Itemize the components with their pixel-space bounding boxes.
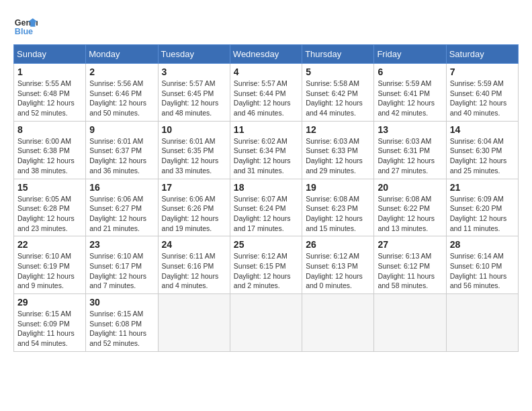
day-number: 28 — [450, 239, 515, 250]
day-info: Sunrise: 6:03 AMSunset: 6:33 PMDaylight:… — [306, 136, 370, 176]
day-info: Sunrise: 5:56 AMSunset: 6:46 PMDaylight:… — [89, 79, 154, 118]
calendar-cell: 13Sunrise: 6:03 AMSunset: 6:31 PMDayligh… — [374, 121, 446, 179]
calendar-cell: 28Sunrise: 6:14 AMSunset: 6:10 PMDayligh… — [446, 236, 518, 294]
calendar-cell: 19Sunrise: 6:08 AMSunset: 6:23 PMDayligh… — [302, 179, 374, 236]
calendar-cell: 22Sunrise: 6:10 AMSunset: 6:19 PMDayligh… — [14, 236, 86, 294]
calendar-cell — [446, 294, 518, 352]
day-number: 23 — [89, 239, 154, 250]
day-info: Sunrise: 5:57 AMSunset: 6:44 PMDaylight:… — [234, 79, 298, 118]
day-number: 7 — [450, 66, 515, 77]
day-number: 1 — [17, 66, 82, 77]
logo-icon: General Blue — [13, 13, 38, 38]
day-number: 15 — [17, 182, 82, 193]
svg-text:Blue: Blue — [15, 27, 33, 36]
day-info: Sunrise: 6:11 AMSunset: 6:16 PMDaylight:… — [162, 251, 226, 291]
weekday-header-tuesday: Tuesday — [158, 45, 230, 64]
calendar-cell: 8Sunrise: 6:00 AMSunset: 6:38 PMDaylight… — [14, 121, 86, 179]
day-info: Sunrise: 6:04 AMSunset: 6:30 PMDaylight:… — [450, 136, 515, 176]
calendar-cell: 17Sunrise: 6:06 AMSunset: 6:26 PMDayligh… — [158, 179, 230, 236]
calendar-cell: 10Sunrise: 6:01 AMSunset: 6:35 PMDayligh… — [158, 121, 230, 179]
calendar-cell — [158, 294, 230, 352]
calendar-cell — [374, 294, 446, 352]
day-info: Sunrise: 6:00 AMSunset: 6:38 PMDaylight:… — [17, 136, 82, 176]
calendar-cell: 27Sunrise: 6:13 AMSunset: 6:12 PMDayligh… — [374, 236, 446, 294]
weekday-header-wednesday: Wednesday — [230, 45, 302, 64]
day-number: 22 — [17, 239, 82, 250]
day-number: 13 — [378, 124, 442, 135]
day-info: Sunrise: 6:12 AMSunset: 6:13 PMDaylight:… — [306, 251, 370, 291]
calendar-cell: 15Sunrise: 6:05 AMSunset: 6:28 PMDayligh… — [14, 179, 86, 236]
calendar-cell: 20Sunrise: 6:08 AMSunset: 6:22 PMDayligh… — [374, 179, 446, 236]
day-info: Sunrise: 6:05 AMSunset: 6:28 PMDaylight:… — [17, 194, 82, 234]
calendar-cell: 7Sunrise: 5:59 AMSunset: 6:40 PMDaylight… — [446, 64, 518, 122]
day-info: Sunrise: 6:09 AMSunset: 6:20 PMDaylight:… — [450, 194, 515, 234]
day-number: 17 — [162, 182, 226, 193]
logo: General Blue — [13, 13, 38, 38]
day-info: Sunrise: 5:58 AMSunset: 6:42 PMDaylight:… — [306, 79, 370, 118]
calendar-cell: 16Sunrise: 6:06 AMSunset: 6:27 PMDayligh… — [86, 179, 158, 236]
day-number: 12 — [306, 124, 370, 135]
calendar-week-3: 15Sunrise: 6:05 AMSunset: 6:28 PMDayligh… — [14, 179, 519, 236]
calendar-cell: 5Sunrise: 5:58 AMSunset: 6:42 PMDaylight… — [302, 64, 374, 122]
day-number: 30 — [89, 297, 154, 308]
calendar-cell: 11Sunrise: 6:02 AMSunset: 6:34 PMDayligh… — [230, 121, 302, 179]
day-number: 19 — [306, 182, 370, 193]
day-number: 18 — [234, 182, 298, 193]
weekday-header-friday: Friday — [374, 45, 446, 64]
page-header: General Blue — [13, 13, 519, 38]
day-number: 20 — [378, 182, 442, 193]
day-info: Sunrise: 6:08 AMSunset: 6:22 PMDaylight:… — [378, 194, 442, 234]
day-number: 24 — [162, 239, 226, 250]
calendar-week-2: 8Sunrise: 6:00 AMSunset: 6:38 PMDaylight… — [14, 121, 519, 179]
calendar-cell: 25Sunrise: 6:12 AMSunset: 6:15 PMDayligh… — [230, 236, 302, 294]
calendar-cell — [302, 294, 374, 352]
day-info: Sunrise: 5:57 AMSunset: 6:45 PMDaylight:… — [162, 79, 226, 118]
day-number: 27 — [378, 239, 442, 250]
calendar-cell — [230, 294, 302, 352]
calendar-cell: 24Sunrise: 6:11 AMSunset: 6:16 PMDayligh… — [158, 236, 230, 294]
calendar-cell: 29Sunrise: 6:15 AMSunset: 6:09 PMDayligh… — [14, 294, 86, 352]
day-number: 26 — [306, 239, 370, 250]
day-info: Sunrise: 6:15 AMSunset: 6:08 PMDaylight:… — [89, 309, 154, 349]
day-info: Sunrise: 6:12 AMSunset: 6:15 PMDaylight:… — [234, 251, 298, 291]
day-info: Sunrise: 6:03 AMSunset: 6:31 PMDaylight:… — [378, 136, 442, 176]
day-number: 25 — [234, 239, 298, 250]
day-info: Sunrise: 6:10 AMSunset: 6:17 PMDaylight:… — [89, 251, 154, 291]
weekday-header-saturday: Saturday — [446, 45, 518, 64]
day-number: 21 — [450, 182, 515, 193]
day-number: 6 — [378, 66, 442, 77]
calendar-cell: 23Sunrise: 6:10 AMSunset: 6:17 PMDayligh… — [86, 236, 158, 294]
day-info: Sunrise: 6:01 AMSunset: 6:35 PMDaylight:… — [162, 136, 226, 176]
day-number: 9 — [89, 124, 154, 135]
calendar-cell: 6Sunrise: 5:59 AMSunset: 6:41 PMDaylight… — [374, 64, 446, 122]
day-info: Sunrise: 6:06 AMSunset: 6:27 PMDaylight:… — [89, 194, 154, 234]
weekday-header-sunday: Sunday — [14, 45, 86, 64]
calendar-cell: 9Sunrise: 6:01 AMSunset: 6:37 PMDaylight… — [86, 121, 158, 179]
day-info: Sunrise: 6:10 AMSunset: 6:19 PMDaylight:… — [17, 251, 82, 291]
calendar-cell: 30Sunrise: 6:15 AMSunset: 6:08 PMDayligh… — [86, 294, 158, 352]
calendar-cell: 4Sunrise: 5:57 AMSunset: 6:44 PMDaylight… — [230, 64, 302, 122]
day-info: Sunrise: 6:13 AMSunset: 6:12 PMDaylight:… — [378, 251, 442, 291]
day-info: Sunrise: 5:59 AMSunset: 6:41 PMDaylight:… — [378, 79, 442, 118]
calendar-cell: 2Sunrise: 5:56 AMSunset: 6:46 PMDaylight… — [86, 64, 158, 122]
calendar-cell: 26Sunrise: 6:12 AMSunset: 6:13 PMDayligh… — [302, 236, 374, 294]
day-number: 10 — [162, 124, 226, 135]
day-info: Sunrise: 6:14 AMSunset: 6:10 PMDaylight:… — [450, 251, 515, 291]
calendar-week-5: 29Sunrise: 6:15 AMSunset: 6:09 PMDayligh… — [14, 294, 519, 352]
day-info: Sunrise: 6:06 AMSunset: 6:26 PMDaylight:… — [162, 194, 226, 234]
day-info: Sunrise: 6:01 AMSunset: 6:37 PMDaylight:… — [89, 136, 154, 176]
weekday-header-thursday: Thursday — [302, 45, 374, 64]
calendar-cell: 12Sunrise: 6:03 AMSunset: 6:33 PMDayligh… — [302, 121, 374, 179]
day-number: 8 — [17, 124, 82, 135]
day-info: Sunrise: 6:08 AMSunset: 6:23 PMDaylight:… — [306, 194, 370, 234]
day-info: Sunrise: 6:07 AMSunset: 6:24 PMDaylight:… — [234, 194, 298, 234]
calendar-week-4: 22Sunrise: 6:10 AMSunset: 6:19 PMDayligh… — [14, 236, 519, 294]
calendar-cell: 1Sunrise: 5:55 AMSunset: 6:48 PMDaylight… — [14, 64, 86, 122]
calendar-cell: 3Sunrise: 5:57 AMSunset: 6:45 PMDaylight… — [158, 64, 230, 122]
calendar-cell: 18Sunrise: 6:07 AMSunset: 6:24 PMDayligh… — [230, 179, 302, 236]
day-number: 11 — [234, 124, 298, 135]
weekday-header-row: SundayMondayTuesdayWednesdayThursdayFrid… — [14, 45, 519, 64]
day-number: 14 — [450, 124, 515, 135]
day-number: 5 — [306, 66, 370, 77]
day-number: 29 — [17, 297, 82, 308]
